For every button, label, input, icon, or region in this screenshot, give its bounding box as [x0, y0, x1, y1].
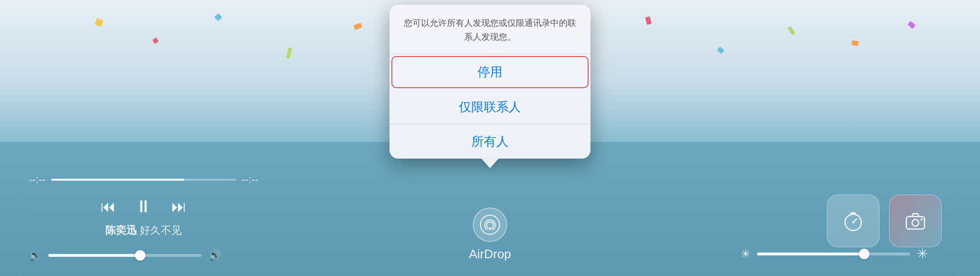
airdrop-icon: [479, 214, 501, 235]
brightness-control: ✳ ✳: [741, 246, 942, 262]
svg-point-9: [912, 219, 919, 226]
svg-point-0: [480, 215, 500, 234]
popup-option-contacts[interactable]: 仅限联系人: [390, 90, 590, 124]
progress-bar-container: --:-- --:--: [29, 173, 258, 186]
confetti-dot: [95, 18, 103, 27]
music-controls: ⏮ ⏸ ⏭: [29, 196, 258, 217]
pause-button[interactable]: ⏸: [135, 196, 152, 217]
brightness-thumb[interactable]: [859, 249, 869, 259]
popup-option-contacts-label: 仅限联系人: [459, 100, 521, 114]
svg-rect-10: [921, 218, 923, 220]
timer-icon: [841, 209, 865, 233]
airdrop-icon-wrap[interactable]: [473, 207, 507, 242]
brightness-fill: [757, 253, 864, 255]
right-quick-actions: [827, 195, 942, 247]
song-info: 陈奕迅 好久不见: [29, 223, 258, 238]
time-end: --:--: [242, 173, 258, 186]
airdrop-label: AirDrop: [469, 247, 511, 262]
progress-track[interactable]: [51, 179, 235, 181]
popup-divider-1: [390, 54, 590, 54]
volume-track[interactable]: [48, 254, 201, 257]
confetti-dot: [645, 16, 652, 25]
confetti-dot: [907, 21, 915, 29]
confetti-dot: [152, 37, 159, 44]
fast-forward-button[interactable]: ⏭: [171, 198, 187, 216]
confetti-dot: [851, 40, 859, 46]
popup-option-everyone[interactable]: 所有人: [390, 124, 590, 159]
brightness-high-icon: ✳: [917, 246, 928, 262]
svg-point-7: [852, 221, 854, 223]
svg-line-5: [853, 213, 856, 213]
svg-rect-8: [906, 217, 924, 229]
popup-bubble: 您可以允许所有人发现您或仅限通讯录中的联系人发现您。 停用 仅限联系人 所有人: [390, 5, 590, 159]
music-player: --:-- --:-- ⏮ ⏸ ⏭ 陈奕迅 好久不见: [29, 173, 258, 238]
volume-high-icon: 🔊: [208, 249, 221, 262]
artist-name: 陈奕迅: [105, 224, 137, 236]
song-title: 好久不见: [140, 224, 182, 236]
camera-icon: [903, 209, 927, 233]
svg-point-1: [489, 228, 491, 230]
confetti-dot: [788, 26, 796, 35]
volume-control: 🔈 🔊: [29, 249, 258, 262]
progress-fill: [51, 179, 184, 181]
popup-option-disable-label: 停用: [478, 65, 502, 79]
rewind-button[interactable]: ⏮: [100, 198, 116, 216]
camera-button[interactable]: [889, 195, 942, 247]
popup-arrow: [481, 159, 499, 168]
brightness-track[interactable]: [757, 253, 910, 255]
volume-low-icon: 🔈: [29, 249, 42, 262]
airdrop-section[interactable]: AirDrop: [469, 207, 511, 262]
brightness-low-icon: ✳: [741, 247, 750, 261]
popup-option-everyone-label: 所有人: [471, 134, 509, 149]
volume-thumb[interactable]: [135, 250, 145, 261]
confetti-dot: [717, 46, 724, 54]
volume-fill: [48, 254, 140, 257]
popup-description: 您可以允许所有人发现您或仅限通讯录中的联系人发现您。: [390, 5, 590, 54]
timer-button[interactable]: [827, 195, 880, 247]
time-start: --:--: [29, 173, 45, 186]
confetti-dot: [214, 13, 223, 22]
confetti-dot: [286, 47, 292, 58]
airdrop-popup: 您可以允许所有人发现您或仅限通讯录中的联系人发现您。 停用 仅限联系人 所有人: [390, 5, 590, 168]
popup-option-disable[interactable]: 停用: [391, 56, 589, 88]
confetti-dot: [354, 23, 362, 30]
